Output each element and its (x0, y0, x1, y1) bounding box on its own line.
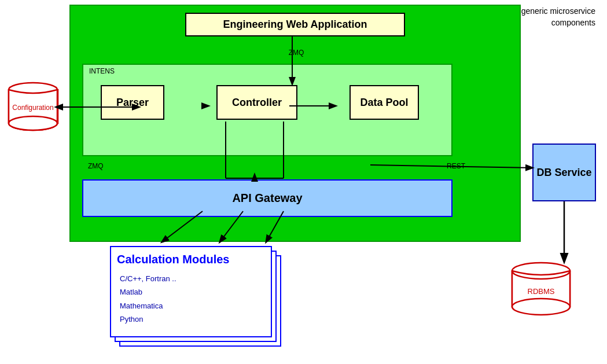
eng-webapp-box: Engineering Web Application (185, 13, 405, 36)
api-gateway-box: API Gateway (82, 179, 453, 217)
zmq-bottom-label: ZMQ (88, 162, 104, 170)
main-canvas: generic microservicecomponents Engineeri… (0, 0, 607, 364)
calc-modules-list: C/C++, Fortran .. Matlab Mathematica Pyt… (117, 272, 265, 326)
rest-label: REST (447, 162, 465, 170)
datapool-label: Data Pool (360, 97, 408, 109)
svg-point-4 (9, 116, 57, 130)
svg-point-13 (512, 263, 570, 279)
parser-box: Parser (101, 85, 164, 120)
db-service-label: DB Service (536, 167, 591, 179)
calc-item-1: C/C++, Fortran .. (120, 272, 265, 285)
svg-text:RDBMS: RDBMS (528, 287, 555, 296)
intens-box: INTENS Parser Controller Data Pool (82, 64, 453, 156)
rdbms-cylinder: RDBMS (509, 260, 573, 318)
calc-item-2: Matlab (120, 285, 265, 299)
main-green-container: Engineering Web Application ZMQ INTENS P… (69, 5, 521, 242)
zmq-top-label: ZMQ (289, 49, 304, 57)
controller-box: Controller (216, 85, 297, 120)
datapool-box: Data Pool (350, 85, 419, 120)
configuration-cylinder: Configuration (6, 81, 61, 133)
generic-microservice-label: generic microservicecomponents (521, 6, 595, 28)
calc-card-front: Calculation Modules C/C++, Fortran .. Ma… (110, 246, 272, 337)
eng-webapp-label: Engineering Web Application (223, 19, 367, 30)
calc-modules-title: Calculation Modules (117, 253, 265, 266)
svg-text:Configuration: Configuration (12, 104, 53, 112)
calc-item-4: Python (120, 312, 265, 326)
calc-modules-container: Calculation Modules C/C++, Fortran .. Ma… (110, 246, 284, 353)
calc-item-3: Mathematica (120, 299, 265, 312)
svg-point-10 (512, 299, 570, 315)
db-service-box: DB Service (532, 144, 596, 201)
controller-label: Controller (232, 97, 282, 109)
intens-label: INTENS (89, 67, 115, 75)
api-gateway-label: API Gateway (232, 192, 302, 205)
parser-label: Parser (116, 97, 149, 109)
